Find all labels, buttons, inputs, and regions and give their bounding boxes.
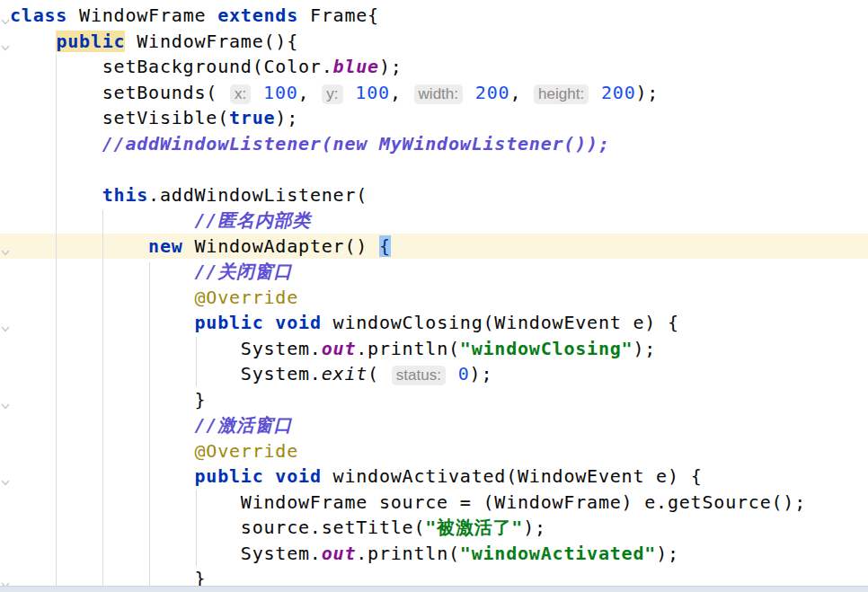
fold-chevron-down-icon[interactable]	[0, 471, 11, 482]
code-line[interactable]: source.setTitle("被激活了");	[0, 515, 868, 541]
code-token: setBounds(	[10, 82, 229, 103]
code-token: void	[275, 465, 321, 487]
code-token: {	[379, 235, 391, 257]
code-token: System.	[10, 543, 322, 564]
code-token: @Override	[194, 287, 298, 308]
code-token: "被激活了"	[425, 517, 523, 538]
code-token: //匿名内部类	[194, 209, 311, 231]
code-token: ,	[298, 82, 322, 103]
code-token: windowActivated(WindowEvent e) {	[322, 465, 703, 487]
code-token	[264, 465, 276, 487]
fold-chevron-down-icon[interactable]	[0, 394, 11, 405]
code-token: .addWindowListener(	[148, 184, 368, 206]
code-line[interactable]: //addWindowListener(new MyWindowListener…	[0, 131, 868, 157]
code-token: .println(	[356, 543, 460, 564]
code-line[interactable]	[0, 156, 868, 182]
code-line[interactable]: System.out.println("windowClosing");	[0, 336, 868, 362]
code-token: exit	[322, 363, 368, 384]
code-token: );	[470, 363, 493, 384]
code-token: extends	[217, 4, 298, 26]
code-token: 200	[601, 82, 636, 103]
code-token: );	[379, 56, 403, 77]
code-token: 100	[263, 82, 298, 103]
code-token: setVisible(	[10, 107, 229, 128]
code-line[interactable]: //匿名内部类	[0, 208, 868, 234]
code-token: );	[635, 82, 659, 103]
code-token: new	[148, 235, 183, 257]
code-token: this	[102, 184, 148, 206]
code-line[interactable]: WindowFrame source = (WindowFrame) e.get…	[0, 490, 868, 516]
code-token: WindowFrame	[67, 4, 217, 26]
code-token: windowClosing(WindowEvent e) {	[322, 312, 679, 333]
code-token: out	[322, 543, 357, 564]
code-token: public	[194, 465, 263, 487]
fold-chevron-down-icon[interactable]	[0, 317, 11, 328]
code-line[interactable]: //关闭窗口	[0, 259, 868, 285]
code-token: //激活窗口	[194, 414, 292, 436]
code-token	[10, 235, 148, 257]
horizontal-scrollbar-track[interactable]	[0, 586, 868, 592]
parameter-hint: status:	[392, 366, 446, 385]
code-line[interactable]: System.out.println("windowActivated");	[0, 541, 868, 567]
code-token: public	[194, 312, 263, 333]
code-token: "windowClosing"	[460, 338, 633, 359]
code-token: .println(	[356, 338, 460, 359]
code-token: Frame{	[298, 4, 379, 26]
indent-guide	[196, 337, 197, 386]
code-line[interactable]: @Override	[0, 438, 868, 464]
code-token: blue	[333, 56, 379, 77]
code-token	[447, 363, 458, 384]
code-token: @Override	[194, 440, 298, 462]
indent-guide	[56, 54, 57, 592]
code-line[interactable]: //激活窗口	[0, 412, 868, 438]
code-token: }	[10, 389, 206, 411]
code-line[interactable]: class WindowFrame extends Frame{	[0, 3, 868, 29]
code-token	[344, 82, 356, 103]
code-token	[10, 31, 56, 52]
code-token: 0	[458, 363, 470, 384]
code-line[interactable]: public void windowClosing(WindowEvent e)…	[0, 310, 868, 336]
code-token: "windowActivated"	[460, 543, 656, 564]
code-line[interactable]: public void windowActivated(WindowEvent …	[0, 464, 868, 490]
code-line[interactable]: setVisible(true);	[0, 105, 868, 131]
code-token: WindowFrame source = (WindowFrame) e.get…	[10, 491, 806, 513]
indent-guide	[102, 210, 103, 592]
code-token: System.	[10, 338, 322, 359]
code-token: );	[523, 517, 546, 538]
code-token: //addWindowListener(new MyWindowListener…	[102, 133, 610, 155]
code-token: source.setTitle(	[10, 517, 425, 538]
code-token: ,	[509, 82, 533, 103]
code-token: out	[322, 338, 357, 359]
parameter-hint: width:	[414, 84, 463, 104]
code-line[interactable]: System.exit( status: 0);	[0, 361, 868, 387]
fold-chevron-down-icon[interactable]	[0, 36, 11, 47]
code-token: System.	[10, 363, 322, 384]
fold-chevron-down-icon[interactable]	[0, 573, 11, 584]
code-token: void	[275, 312, 321, 333]
code-line[interactable]: }	[0, 387, 868, 413]
code-token: WindowAdapter()	[183, 235, 379, 257]
code-line[interactable]: this.addWindowListener(	[0, 182, 868, 208]
parameter-hint: x:	[230, 84, 251, 104]
code-token: class	[10, 4, 67, 26]
code-line[interactable]: setBounds( x: 100, y: 100, width: 200, h…	[0, 80, 868, 106]
code-token: 200	[475, 82, 510, 103]
code-line[interactable]: public WindowFrame(){	[0, 29, 868, 55]
code-token: //关闭窗口	[194, 261, 292, 282]
code-editor: class WindowFrame extends Frame{ public …	[0, 0, 868, 592]
code-token: setBackground(Color.	[10, 56, 333, 77]
code-line[interactable]: setBackground(Color.blue);	[0, 54, 868, 80]
fold-chevron-down-icon[interactable]	[0, 241, 11, 252]
code-token: (	[368, 363, 391, 384]
code-line[interactable]: @Override	[0, 285, 868, 311]
code-token	[589, 82, 601, 103]
indent-guide	[149, 262, 150, 592]
code-token: 100	[355, 82, 390, 103]
code-area[interactable]: class WindowFrame extends Frame{ public …	[0, 3, 868, 592]
code-token: );	[633, 338, 656, 359]
code-token: WindowFrame(){	[125, 31, 298, 52]
fold-chevron-down-icon[interactable]	[0, 10, 11, 21]
code-line[interactable]: new WindowAdapter() {	[0, 234, 868, 260]
code-token: );	[275, 107, 298, 128]
code-token: public	[56, 31, 125, 52]
